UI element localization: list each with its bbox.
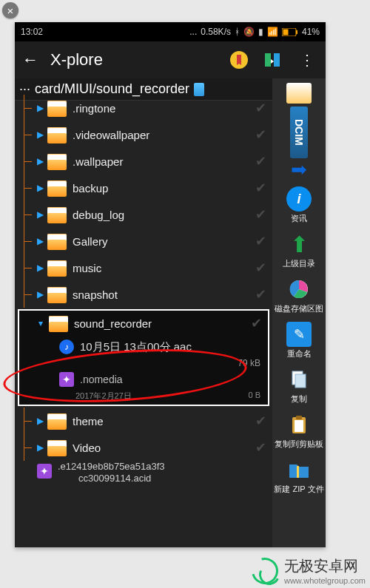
copy-icon	[286, 367, 312, 392]
folder-icon	[47, 260, 67, 275]
svg-rect-1	[283, 29, 288, 35]
file-row-acid[interactable]: ✦ .e12419eb8b75ea51a3f3 cc30099114.acid	[15, 461, 272, 484]
folder-row-snapshot[interactable]: ▶ snapshot✔	[15, 281, 272, 308]
check-icon[interactable]: ✔	[255, 126, 272, 143]
puzzle-icon: ✦	[37, 464, 52, 479]
folder-icon	[47, 413, 67, 428]
rail-copy[interactable]: 复制	[272, 365, 326, 407]
file-list: ▶ .ringtone✔ ▶ .videowallpaper✔ ▶ .wallp…	[15, 101, 272, 484]
check-icon[interactable]: ✔	[255, 180, 272, 196]
folder-row-video[interactable]: ▶ Video✔	[15, 434, 272, 461]
folder-row-videowallpaper[interactable]: ▶ .videowallpaper✔	[15, 121, 272, 148]
watermark-title: 无极安卓网	[284, 558, 358, 574]
audio-icon: ♪	[59, 339, 74, 354]
folder-row-sound-recorder-selected[interactable]: ▾ sound_recorder✔ ♪ 10月5日 13点00分.aac 79 …	[18, 309, 269, 406]
signal-icon: ▮	[258, 27, 263, 37]
check-icon[interactable]: ✔	[255, 413, 272, 429]
status-bar: 13:02 ... 0.58K/s ᚼ 🔕 ▮ 📶 41%	[15, 22, 326, 41]
folder-row-ringtone[interactable]: ▶ .ringtone✔	[15, 95, 272, 121]
bookmark-button[interactable]	[228, 49, 250, 71]
status-right: ... 0.58K/s ᚼ 🔕 ▮ 📶 41%	[189, 27, 320, 37]
file-pane: ··· card/MIUI/sound_recorder ▶ .ringtone…	[15, 78, 272, 547]
check-icon[interactable]: ✔	[255, 100, 272, 116]
folder-icon	[47, 234, 67, 249]
clipboard-icon	[286, 412, 312, 437]
wifi-icon: 📶	[267, 27, 278, 37]
status-battery: 41%	[302, 27, 320, 37]
pencil-icon: ✎	[286, 322, 312, 347]
mute-icon: 🔕	[243, 27, 255, 37]
app-title: X-plore	[50, 50, 216, 70]
right-rail: DCIM ➡ i 资讯 ⬆ 上级目录 磁盘存储区图	[272, 78, 326, 547]
info-icon: i	[286, 186, 312, 212]
pie-chart-icon	[286, 277, 312, 302]
folder-row-backup[interactable]: ▶ backup✔	[15, 175, 272, 201]
folder-icon	[47, 207, 67, 222]
battery-icon	[282, 28, 298, 36]
bluetooth-icon: ᚼ	[235, 27, 240, 37]
arrow-right-icon: ➡	[291, 158, 307, 181]
file-row-audio[interactable]: ♪ 10月5日 13点00分.aac	[19, 336, 268, 358]
file-row-nomedia[interactable]: ✦ .nomedia	[19, 368, 268, 391]
folder-row-music[interactable]: ▶ music✔	[15, 254, 272, 281]
folder-row-theme[interactable]: ▶ theme✔	[15, 408, 272, 434]
file-meta-nomedia: 2017年2月27日 0 B	[19, 391, 268, 405]
svg-rect-11	[296, 416, 302, 419]
folder-icon	[49, 316, 68, 331]
rail-rename[interactable]: ✎ 重命名	[272, 320, 326, 362]
status-dots: ...	[189, 27, 197, 37]
check-icon[interactable]: ✔	[251, 315, 268, 331]
back-button[interactable]: ←	[22, 50, 38, 70]
svg-rect-5	[274, 53, 280, 67]
svg-rect-2	[296, 30, 297, 34]
watermark-sub: www.whotelgroup.com	[284, 576, 366, 585]
folder-icon	[47, 180, 67, 195]
phone-frame: 13:02 ... 0.58K/s ᚼ 🔕 ▮ 📶 41% ← X-plore	[15, 22, 326, 547]
svg-rect-4	[265, 53, 271, 67]
folder-row-gallery[interactable]: ▶ Gallery✔	[15, 228, 272, 254]
svg-rect-10	[295, 420, 303, 432]
check-icon[interactable]: ✔	[255, 206, 272, 223]
sdcard-icon	[194, 83, 204, 96]
overflow-menu-button[interactable]: ⋮	[296, 49, 318, 71]
rail-new-zip[interactable]: 新建 ZIP 文件	[272, 455, 326, 497]
rail-disk-map[interactable]: 磁盘存储区图	[272, 274, 326, 317]
check-icon[interactable]: ✔	[255, 153, 272, 169]
puzzle-icon: ✦	[59, 372, 74, 387]
status-time: 13:02	[21, 27, 43, 37]
folder-row-wallpaper[interactable]: ▶ .wallpaper✔	[15, 148, 272, 175]
rail-up-dir[interactable]: ⬆ 上级目录	[272, 229, 326, 271]
file-size: 79 kB	[19, 358, 268, 368]
folder-icon	[47, 101, 67, 115]
rail-info[interactable]: i 资讯	[272, 184, 326, 226]
pane-swap-button[interactable]	[262, 49, 284, 71]
status-net-speed: 0.58K/s	[201, 27, 231, 37]
folder-icon	[47, 127, 67, 142]
folder-icon	[47, 440, 67, 455]
folder-icon	[47, 287, 67, 302]
rail-tab-dcim[interactable]: DCIM ➡	[272, 83, 326, 181]
check-icon[interactable]: ✔	[255, 286, 272, 303]
watermark: 无极安卓网 www.whotelgroup.com	[252, 556, 366, 585]
check-icon[interactable]: ✔	[255, 233, 272, 249]
svg-rect-12	[297, 466, 299, 478]
check-icon[interactable]: ✔	[255, 260, 272, 276]
rail-copy-clipboard[interactable]: 复制到剪贴板	[272, 410, 326, 452]
svg-rect-8	[295, 374, 306, 388]
folder-row-debug-log[interactable]: ▶ debug_log✔	[15, 201, 272, 228]
zip-folder-icon	[286, 457, 312, 482]
app-header: ← X-plore ⋮	[15, 41, 326, 78]
check-icon[interactable]: ✔	[255, 439, 272, 456]
folder-icon	[47, 154, 67, 169]
close-overlay-button[interactable]: ×	[2, 2, 18, 18]
arrow-up-icon: ⬆	[286, 232, 312, 257]
